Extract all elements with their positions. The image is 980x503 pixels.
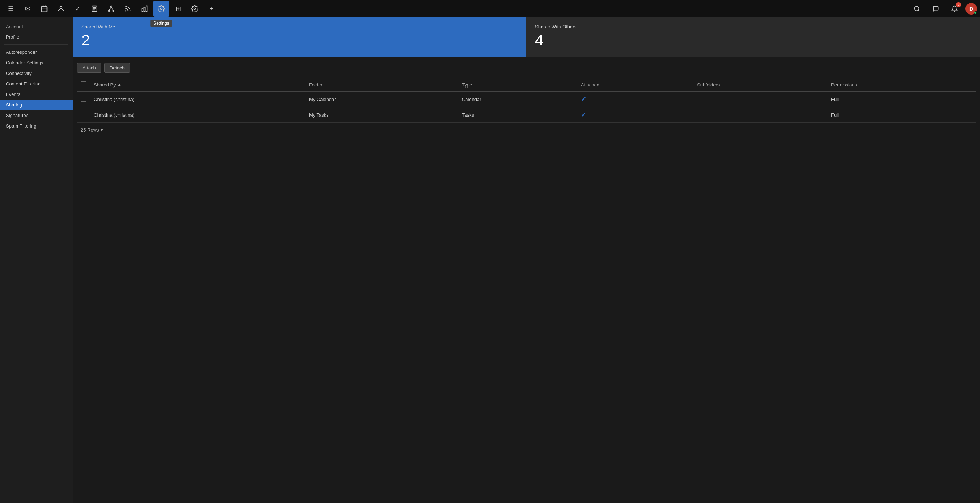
sidebar-item-autoresponder[interactable]: Autoresponder bbox=[0, 47, 73, 57]
svg-point-4 bbox=[60, 6, 62, 9]
main-layout: Account Profile Autoresponder Calendar S… bbox=[0, 18, 980, 503]
attached-check-icon: ✔ bbox=[581, 111, 586, 118]
row-shared-by-0: Christina (christina) bbox=[90, 92, 305, 107]
header-shared-by[interactable]: Shared By ▲ bbox=[90, 78, 305, 92]
svg-line-21 bbox=[918, 10, 919, 11]
settings-icon-wrap: Settings bbox=[153, 1, 169, 17]
plus-icon[interactable]: + bbox=[204, 1, 220, 17]
svg-point-14 bbox=[125, 11, 126, 11]
row-permissions-0: Full bbox=[827, 92, 976, 107]
row-checkbox-1[interactable] bbox=[81, 112, 86, 117]
shared-with-me-value: 2 bbox=[81, 32, 518, 49]
header-permissions: Permissions bbox=[827, 78, 976, 92]
svg-point-20 bbox=[914, 6, 919, 11]
detach-button[interactable]: Detach bbox=[104, 63, 130, 73]
main-content: Shared With Me 2 Shared With Others 4 At… bbox=[73, 18, 980, 503]
chart-icon[interactable] bbox=[137, 1, 153, 17]
shared-with-others-label: Shared With Others bbox=[535, 24, 971, 29]
widget-icon[interactable]: ⊞ bbox=[170, 1, 186, 17]
row-checkbox-cell bbox=[77, 107, 90, 123]
row-folder-0: My Calendar bbox=[305, 92, 458, 107]
svg-rect-16 bbox=[144, 7, 145, 12]
row-checkbox-0[interactable] bbox=[81, 96, 86, 102]
svg-point-9 bbox=[110, 6, 111, 7]
table-toolbar: Attach Detach bbox=[77, 63, 976, 73]
topnav: ☰ ✉ ✓ Settings ⊞ + bbox=[0, 0, 980, 18]
header-subfolders: Subfolders bbox=[694, 78, 827, 92]
shared-with-others-value: 4 bbox=[535, 32, 971, 49]
svg-rect-0 bbox=[42, 6, 47, 12]
stat-card-shared-with-me[interactable]: Shared With Me 2 bbox=[73, 18, 526, 57]
row-subfolders-0 bbox=[694, 92, 827, 107]
svg-point-10 bbox=[108, 10, 110, 11]
row-attached-0: ✔ bbox=[577, 92, 694, 107]
sidebar-item-sharing[interactable]: Sharing bbox=[0, 100, 73, 110]
calendar-icon[interactable] bbox=[36, 1, 52, 17]
row-type-1: Tasks bbox=[458, 107, 577, 123]
mail-icon[interactable]: ✉ bbox=[20, 1, 36, 17]
sidebar-item-spam-filtering[interactable]: Spam Filtering bbox=[0, 121, 73, 131]
rows-per-page-selector[interactable]: 25 Rows ▾ bbox=[77, 123, 976, 134]
online-indicator bbox=[974, 11, 977, 14]
sidebar-item-events[interactable]: Events bbox=[0, 89, 73, 100]
topnav-left: ☰ ✉ ✓ Settings ⊞ + bbox=[3, 1, 220, 17]
row-shared-by-1: Christina (christina) bbox=[90, 107, 305, 123]
search-icon[interactable] bbox=[909, 1, 925, 17]
sharing-table: Shared By ▲ Folder Type Attached Subfold… bbox=[77, 78, 976, 123]
sidebar-item-profile[interactable]: Profile bbox=[0, 32, 73, 42]
table-area: Attach Detach Shared By ▲ Folder Type At bbox=[73, 57, 980, 140]
row-attached-1: ✔ bbox=[577, 107, 694, 123]
shared-with-me-label: Shared With Me bbox=[81, 24, 518, 29]
avatar-letter: D bbox=[969, 6, 973, 12]
header-checkbox-cell bbox=[77, 78, 90, 92]
svg-line-13 bbox=[111, 7, 113, 10]
row-checkbox-cell bbox=[77, 92, 90, 107]
tasks-icon[interactable]: ✓ bbox=[70, 1, 86, 17]
attached-check-icon: ✔ bbox=[581, 96, 586, 103]
notification-bell-wrap: 2 bbox=[947, 1, 963, 17]
sidebar-item-content-filtering[interactable]: Content Filtering bbox=[0, 78, 73, 89]
hamburger-icon[interactable]: ☰ bbox=[3, 1, 19, 17]
sidebar-divider bbox=[4, 44, 68, 45]
header-attached: Attached bbox=[577, 78, 694, 92]
svg-point-11 bbox=[113, 10, 114, 11]
select-all-checkbox[interactable] bbox=[81, 81, 86, 87]
avatar[interactable]: D bbox=[966, 3, 977, 14]
table-row: Christina (christina) My Calendar Calend… bbox=[77, 92, 976, 107]
sidebar-item-signatures[interactable]: Signatures bbox=[0, 110, 73, 121]
svg-line-12 bbox=[109, 7, 111, 10]
settings-tooltip: Settings bbox=[150, 20, 172, 27]
svg-rect-17 bbox=[146, 6, 147, 12]
stat-card-shared-with-others[interactable]: Shared With Others 4 bbox=[526, 18, 980, 57]
row-subfolders-1 bbox=[694, 107, 827, 123]
svg-point-18 bbox=[161, 8, 162, 10]
row-folder-1: My Tasks bbox=[305, 107, 458, 123]
sidebar: Account Profile Autoresponder Calendar S… bbox=[0, 18, 73, 503]
row-type-0: Calendar bbox=[458, 92, 577, 107]
notes-icon[interactable] bbox=[86, 1, 102, 17]
notification-badge: 2 bbox=[956, 2, 961, 7]
svg-point-19 bbox=[194, 8, 196, 10]
sidebar-item-account[interactable]: Account bbox=[0, 22, 73, 32]
row-permissions-1: Full bbox=[827, 107, 976, 123]
sort-asc-icon: ▲ bbox=[117, 82, 122, 88]
contacts-icon[interactable] bbox=[53, 1, 69, 17]
stat-cards: Shared With Me 2 Shared With Others 4 bbox=[73, 18, 980, 57]
header-type: Type bbox=[458, 78, 577, 92]
attach-button[interactable]: Attach bbox=[77, 63, 101, 73]
table-row: Christina (christina) My Tasks Tasks ✔ F… bbox=[77, 107, 976, 123]
feed-icon[interactable] bbox=[120, 1, 136, 17]
rows-dropdown-icon: ▾ bbox=[100, 127, 103, 133]
sidebar-item-connectivity[interactable]: Connectivity bbox=[0, 68, 73, 78]
network-icon[interactable] bbox=[103, 1, 119, 17]
header-folder: Folder bbox=[305, 78, 458, 92]
topnav-right: 2 D bbox=[909, 1, 977, 17]
notification-bell-icon[interactable]: 2 bbox=[947, 1, 963, 17]
settings-icon[interactable] bbox=[153, 1, 169, 17]
gear2-icon[interactable] bbox=[187, 1, 203, 17]
svg-rect-15 bbox=[142, 9, 143, 12]
sidebar-item-calendar-settings[interactable]: Calendar Settings bbox=[0, 57, 73, 68]
table-header-row: Shared By ▲ Folder Type Attached Subfold… bbox=[77, 78, 976, 92]
chat-icon[interactable] bbox=[928, 1, 944, 17]
rows-per-page-label: 25 Rows bbox=[81, 127, 99, 133]
